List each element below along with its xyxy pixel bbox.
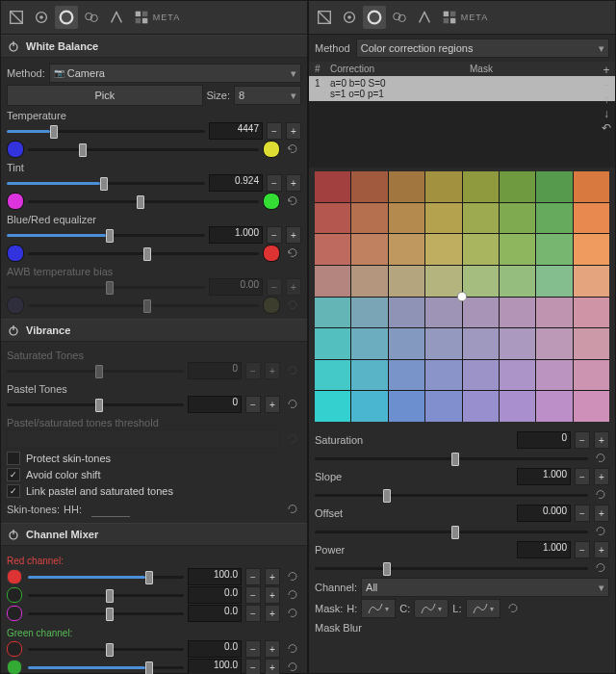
vibrance-header[interactable]: Vibrance [1, 319, 307, 342]
br-hue-slider[interactable] [28, 246, 259, 260]
color-grid-handle[interactable] [457, 292, 467, 301]
minus-button[interactable]: − [575, 431, 590, 449]
color-cell[interactable] [500, 328, 535, 359]
color-cell[interactable] [351, 298, 387, 328]
skintones-curve[interactable] [91, 501, 130, 517]
meta-tab-icon[interactable]: META [463, 6, 486, 29]
plus-button[interactable]: + [594, 431, 609, 449]
color-cell[interactable] [500, 360, 535, 391]
right-method-dropdown[interactable]: Color correction regions [356, 39, 609, 58]
color-cell[interactable] [315, 171, 350, 202]
channel-mixer-header[interactable]: Channel Mixer [1, 523, 307, 546]
pastel-value[interactable]: 0 [188, 396, 242, 413]
plus-button[interactable]: + [265, 659, 280, 674]
pastel-slider[interactable] [7, 398, 184, 411]
detail-tab-icon[interactable] [338, 6, 361, 29]
color-cell[interactable] [463, 360, 499, 391]
color-cell[interactable] [574, 234, 609, 265]
power-icon[interactable] [7, 324, 20, 337]
plus-button[interactable]: + [594, 505, 609, 522]
color-cell[interactable] [500, 234, 535, 265]
color-cell[interactable] [536, 391, 572, 422]
red-b-slider[interactable] [28, 607, 184, 620]
green-g-slider[interactable] [28, 661, 184, 674]
color-cell[interactable] [351, 328, 387, 359]
color-cell[interactable] [574, 360, 609, 391]
color-cell[interactable] [315, 328, 350, 359]
transform-tab-icon[interactable] [413, 6, 436, 29]
green-r-slider[interactable] [28, 642, 184, 656]
reset-button[interactable] [284, 660, 301, 674]
minus-button[interactable]: − [267, 174, 282, 192]
color-cell[interactable] [389, 171, 424, 202]
remove-region-button[interactable]: − [600, 78, 613, 91]
exposure-tab-icon[interactable] [5, 6, 28, 29]
color-cell[interactable] [351, 234, 387, 265]
color-cell[interactable] [315, 360, 350, 391]
color-cell[interactable] [463, 171, 499, 202]
color-cell[interactable] [574, 266, 609, 297]
color-cell[interactable] [463, 203, 499, 234]
color-cell[interactable] [574, 391, 609, 422]
color-cell[interactable] [574, 203, 609, 234]
color-cell[interactable] [389, 298, 424, 328]
br-slider[interactable] [7, 228, 205, 242]
reset-regions-button[interactable]: ↶ [600, 121, 613, 135]
saturation-value[interactable]: 0 [517, 431, 571, 449]
reset-button[interactable] [284, 246, 301, 261]
reset-button[interactable] [284, 397, 301, 412]
tint-slider[interactable] [7, 176, 205, 190]
minus-button[interactable]: − [245, 605, 261, 622]
color-cell[interactable] [389, 203, 424, 234]
color-cell[interactable] [536, 298, 572, 328]
color-cell[interactable] [351, 203, 387, 234]
color-cell[interactable] [425, 328, 461, 359]
offset-value[interactable]: 0.000 [517, 505, 571, 522]
minus-button[interactable]: − [245, 659, 261, 674]
color-cell[interactable] [351, 171, 387, 202]
power-slider[interactable] [315, 561, 588, 575]
color-cell[interactable] [389, 234, 424, 265]
color-cell[interactable] [315, 203, 350, 234]
add-region-button[interactable]: + [600, 64, 613, 77]
color-cell[interactable] [463, 234, 499, 265]
slope-value[interactable]: 1.000 [517, 468, 571, 485]
plus-button[interactable]: + [265, 605, 280, 622]
plus-button[interactable]: + [594, 541, 609, 558]
reset-button[interactable] [592, 451, 609, 466]
link-tones-checkbox[interactable]: ✓ [7, 484, 20, 498]
color-cell[interactable] [500, 298, 535, 328]
color-cell[interactable] [425, 298, 461, 328]
color-cell[interactable] [315, 391, 350, 422]
color-cell[interactable] [536, 171, 572, 202]
temperature-slider[interactable] [7, 124, 205, 138]
minus-button[interactable]: − [575, 541, 590, 558]
plus-button[interactable]: + [286, 174, 301, 192]
saturation-slider[interactable] [315, 452, 588, 465]
color-cell[interactable] [425, 234, 461, 265]
color-cell[interactable] [500, 391, 535, 422]
plus-button[interactable]: + [265, 568, 280, 585]
reset-button[interactable] [592, 524, 609, 539]
reset-button[interactable] [284, 569, 301, 584]
reset-button[interactable] [284, 606, 301, 621]
offset-slider[interactable] [315, 525, 588, 538]
avoid-shift-checkbox[interactable]: ✓ [7, 468, 20, 481]
color-cell[interactable] [425, 171, 461, 202]
color-cell[interactable] [574, 298, 609, 328]
color-cell[interactable] [425, 391, 461, 422]
protect-skin-checkbox[interactable] [7, 452, 20, 465]
br-value[interactable]: 1.000 [209, 226, 263, 244]
red-r-slider[interactable] [28, 570, 184, 583]
color-cell[interactable] [351, 391, 387, 422]
color-cell[interactable] [574, 328, 609, 359]
color-cell[interactable] [425, 266, 461, 297]
color-cell[interactable] [536, 266, 572, 297]
minus-button[interactable]: − [267, 122, 282, 140]
color-cell[interactable] [351, 360, 387, 391]
minus-button[interactable]: − [245, 586, 261, 604]
color-cell[interactable] [389, 328, 424, 359]
wb-method-dropdown[interactable]: 📷 Camera [49, 64, 301, 83]
slope-slider[interactable] [315, 488, 588, 502]
mask-h-dropdown[interactable] [361, 599, 396, 618]
